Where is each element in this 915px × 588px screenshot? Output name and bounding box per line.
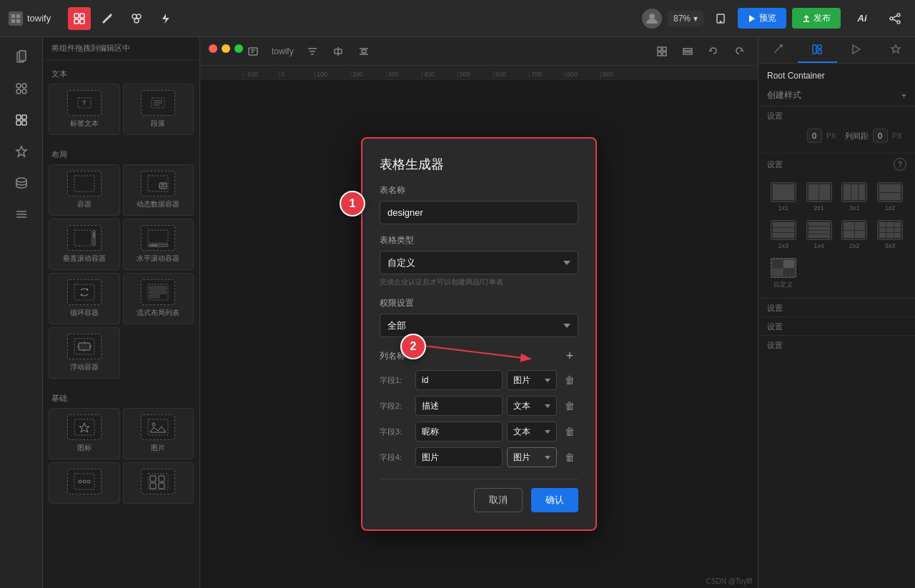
sidebar-layers-btn[interactable]: [7, 106, 36, 134]
panel-tab-layout[interactable]: [798, 37, 837, 63]
flow-list-item[interactable]: 流式布局列表: [123, 273, 194, 324]
delete-column-btn-1[interactable]: 🗑: [561, 372, 578, 389]
grid-option-custom[interactable]: 自定义: [767, 255, 800, 292]
grid-option-1x3[interactable]: 1x3: [767, 217, 800, 252]
dynamic-data-container-item[interactable]: 动态数据容器: [123, 164, 194, 216]
panel-tab-data[interactable]: [876, 37, 915, 63]
delete-column-btn-2[interactable]: 🗑: [561, 397, 578, 414]
canvas-undo-btn[interactable]: [703, 41, 723, 61]
image-item[interactable]: 图片: [123, 408, 194, 459]
panel-tab-interaction[interactable]: [837, 37, 876, 63]
plus-icon: +: [901, 91, 906, 101]
svg-rect-27: [22, 115, 26, 119]
sidebar-assets-btn[interactable]: [7, 137, 36, 166]
float-container-item[interactable]: 浮动容器: [49, 327, 120, 379]
h-scroll-container-item[interactable]: 水平滚动容器: [123, 219, 194, 270]
draw-tool-btn[interactable]: [97, 7, 119, 30]
panel-tab-style[interactable]: [758, 37, 798, 63]
app-icon: [9, 11, 23, 26]
publish-button[interactable]: 发布: [792, 8, 841, 29]
canvas-filter-btn[interactable]: [302, 41, 322, 61]
grid-label-1x2: 1x2: [885, 204, 896, 211]
sidebar-pages-btn[interactable]: [7, 43, 36, 71]
column-label-3: 字段3:: [380, 427, 411, 437]
loop-container-item[interactable]: 循环容器: [49, 273, 120, 324]
grid-option-1x2[interactable]: 1x2: [874, 179, 906, 214]
preview-button[interactable]: 预览: [738, 8, 786, 29]
h-scroll-container-label: 水平滚动容器: [137, 254, 179, 264]
column-name-input-1[interactable]: [415, 370, 503, 390]
dynamic-data-container-label: 动态数据容器: [137, 199, 179, 209]
confirm-button[interactable]: 确认: [531, 488, 578, 512]
close-window-btn[interactable]: [209, 44, 217, 53]
maximize-window-btn[interactable]: [234, 44, 243, 53]
prop-input-2[interactable]: [873, 129, 888, 143]
grid-option-1x1[interactable]: 1x1: [767, 179, 800, 214]
grid-option-2x2[interactable]: 2x2: [839, 217, 871, 252]
svg-rect-51: [74, 284, 94, 300]
zoom-control[interactable]: 87% ▾: [668, 11, 703, 26]
create-style-btn[interactable]: 创建样式 +: [758, 85, 915, 106]
canvas-tool-1[interactable]: [243, 41, 263, 61]
grid-option-3x1[interactable]: 3x1: [839, 179, 871, 214]
svg-rect-28: [16, 121, 21, 125]
user-avatar[interactable]: [642, 9, 662, 29]
grid-tool-btn[interactable]: [68, 7, 91, 30]
label-text-item[interactable]: T 标签文本: [49, 84, 120, 135]
add-column-btn[interactable]: +: [561, 347, 578, 364]
share-btn[interactable]: [884, 7, 906, 30]
column-label-2: 字段2:: [380, 401, 411, 412]
device-toggle-btn[interactable]: [709, 7, 732, 30]
prop-input-1[interactable]: [807, 129, 822, 143]
flow-list-icon: [141, 279, 175, 305]
column-row-3: 字段3: 文本图片 🗑: [380, 422, 578, 442]
canvas-align-btn[interactable]: [328, 41, 348, 61]
grid-visual-1x4: [806, 220, 832, 240]
cancel-button[interactable]: 取消: [474, 488, 523, 512]
delete-column-btn-4[interactable]: 🗑: [561, 449, 578, 466]
sidebar-components-btn[interactable]: [7, 74, 36, 103]
settings-section-3-title: 设置: [758, 298, 915, 317]
svg-marker-14: [749, 15, 755, 22]
table-name-input[interactable]: [380, 201, 578, 224]
paragraph-item[interactable]: 段落: [123, 84, 194, 135]
canvas-layout-btn[interactable]: [678, 41, 698, 61]
svg-rect-85: [362, 50, 366, 53]
style-tool-btn[interactable]: [125, 7, 148, 30]
v-scroll-container-item[interactable]: 垂直滚动容器: [49, 219, 120, 270]
column-type-select-2[interactable]: 文本图片: [507, 396, 557, 416]
column-name-input-4[interactable]: [415, 447, 503, 467]
container-item[interactable]: 容器: [49, 164, 120, 216]
sidebar-data-btn[interactable]: [7, 169, 36, 197]
minimize-window-btn[interactable]: [222, 44, 230, 53]
icon-item[interactable]: 图标: [49, 408, 120, 459]
flash-tool-btn[interactable]: [154, 7, 177, 30]
ruler-tick: 900: [600, 71, 636, 78]
column-type-select-1[interactable]: 图片文本: [507, 370, 557, 390]
svg-point-23: [22, 84, 26, 88]
column-type-select-4[interactable]: 图片文本: [507, 447, 557, 467]
canvas-redo-btn[interactable]: [729, 41, 749, 61]
grid-option-1x4[interactable]: 1x4: [803, 217, 836, 252]
grid-label-1x4: 1x4: [813, 242, 824, 249]
svg-rect-47: [93, 232, 94, 238]
more-item-1[interactable]: [49, 462, 120, 504]
help-btn[interactable]: ?: [894, 158, 906, 171]
column-name-input-2[interactable]: [415, 396, 503, 416]
sidebar-settings-btn[interactable]: [7, 200, 36, 229]
svg-text:T: T: [82, 99, 86, 106]
prop-unit-1: PX: [826, 132, 841, 140]
svg-rect-55: [149, 295, 159, 298]
column-type-select-3[interactable]: 文本图片: [507, 422, 557, 442]
ai-btn[interactable]: Ai: [846, 7, 878, 30]
grid-option-2x1[interactable]: 2x1: [803, 179, 836, 214]
more-item-2[interactable]: [123, 462, 194, 504]
delete-column-btn-3[interactable]: 🗑: [561, 423, 578, 440]
table-type-select[interactable]: 自定义: [380, 251, 578, 274]
column-name-input-3[interactable]: [415, 422, 503, 442]
grid-option-3x3[interactable]: 3x3: [874, 217, 906, 252]
canvas-grid-btn[interactable]: [652, 41, 672, 61]
svg-rect-91: [683, 52, 692, 54]
svg-rect-66: [74, 474, 94, 489]
canvas-distribute-btn[interactable]: [354, 41, 374, 61]
